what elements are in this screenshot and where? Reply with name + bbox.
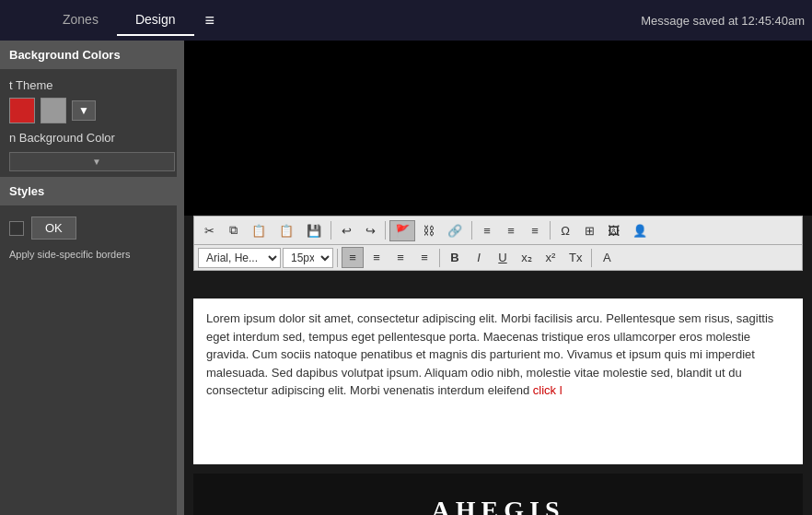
editor-toolbar-wrapper: ✂ ⧉ 📋 📋 💾 ↩ ↪ 🚩 ⛓ 🔗 ≡ ≡ ≡ Ω ⊞ 🖼	[193, 216, 803, 271]
sidebar-bg-dropdown[interactable]: ▼	[9, 152, 175, 171]
block-button[interactable]: ≡	[524, 220, 546, 241]
italic-button[interactable]: I	[468, 247, 490, 268]
toolbar-sep1	[331, 221, 331, 240]
font-color-button[interactable]: A	[596, 247, 618, 268]
black-top-banner	[184, 41, 812, 216]
editor-toolbar-row2: Arial, He... 15px ≡ ≡ ≡ ≡ B I U x₂ x² Tx…	[193, 245, 803, 271]
align-right-button[interactable]: ≡	[389, 247, 412, 268]
sidebar-styles-header: Styles	[0, 177, 184, 205]
sidebar-checkbox[interactable]	[9, 221, 24, 236]
paste-button[interactable]: 📋	[246, 220, 272, 241]
save-button[interactable]: 💾	[301, 220, 327, 241]
image-button[interactable]: 🖼	[602, 220, 625, 241]
anchor-button[interactable]: 🚩	[389, 220, 415, 241]
paste-special-button[interactable]: 📋	[273, 220, 299, 241]
color-dropdown-btn[interactable]: ▼	[72, 100, 96, 121]
toolbar-sep4	[550, 221, 551, 240]
logo-text: AHEGIS	[432, 496, 565, 515]
undo-button[interactable]: ↩	[335, 220, 357, 241]
editor-link-text[interactable]: click l	[533, 383, 563, 397]
align-center-button[interactable]: ≡	[365, 247, 388, 268]
editor-body-text: Lorem ipsum dolor sit amet, consectetur …	[206, 311, 773, 397]
logo-area: AHEGIS	[193, 474, 803, 515]
font-family-select[interactable]: Arial, He...	[198, 248, 281, 268]
toolbar-sep7	[591, 249, 592, 267]
toolbar-sep3	[471, 221, 472, 240]
save-status: Message saved at 12:45:40am	[641, 14, 805, 28]
toolbar-sep2	[385, 221, 386, 240]
nav-tab-design[interactable]: Design	[117, 5, 194, 36]
color-swatch-gray[interactable]	[41, 98, 66, 123]
toolbar-sep5	[337, 249, 338, 267]
editor-toolbar-row1: ✂ ⧉ 📋 📋 💾 ↩ ↪ 🚩 ⛓ 🔗 ≡ ≡ ≡ Ω ⊞ 🖼	[193, 216, 803, 245]
main-layout: Background Colors t Theme ▼ n Background…	[0, 41, 812, 515]
sidebar-bg-colors-header: Background Colors	[0, 41, 184, 69]
sidebar-bg-color-label: n Background Color	[0, 127, 184, 148]
user-button[interactable]: 👤	[627, 220, 653, 241]
sidebar-color-row: ▼	[0, 94, 184, 127]
underline-button[interactable]: U	[492, 247, 514, 268]
sidebar-scrollbar[interactable]	[177, 41, 184, 515]
sidebar-bg-dropdown-arrow: ▼	[92, 157, 168, 167]
sidebar-apply-borders-label: Apply side-specific borders	[0, 247, 184, 267]
superscript-button[interactable]: x²	[539, 247, 562, 268]
ordered-list-button[interactable]: ≡	[476, 220, 498, 241]
table-button[interactable]: ⊞	[578, 220, 600, 241]
content-area: ✂ ⧉ 📋 📋 💾 ↩ ↪ 🚩 ⛓ 🔗 ≡ ≡ ≡ Ω ⊞ 🖼	[184, 41, 812, 515]
sidebar: Background Colors t Theme ▼ n Background…	[0, 41, 184, 515]
toolbar-sep6	[439, 249, 440, 267]
top-nav: Zones Design ≡ Message saved at 12:45:40…	[0, 0, 812, 41]
sidebar-theme-label: t Theme	[0, 73, 184, 94]
sidebar-ok-button[interactable]: OK	[31, 217, 76, 240]
editor-content[interactable]: Lorem ipsum dolor sit amet, consectetur …	[193, 298, 803, 464]
align-justify-button[interactable]: ≡	[413, 247, 435, 268]
align-left-button[interactable]: ≡	[342, 247, 364, 268]
subscript-button[interactable]: x₂	[516, 247, 538, 268]
clear-format-button[interactable]: Tx	[563, 247, 587, 268]
sidebar-ok-row: OK	[0, 209, 184, 247]
special-chars-button[interactable]: Ω	[554, 220, 576, 241]
nav-tab-empty[interactable]	[7, 12, 44, 29]
hamburger-menu[interactable]: ≡	[194, 4, 226, 38]
nav-tab-zones[interactable]: Zones	[44, 5, 117, 36]
cut-button[interactable]: ✂	[198, 220, 220, 241]
redo-button[interactable]: ↪	[359, 220, 381, 241]
unordered-list-button[interactable]: ≡	[500, 220, 522, 241]
bold-button[interactable]: B	[444, 247, 466, 268]
image-map-button[interactable]: ⛓	[417, 220, 440, 241]
font-size-select[interactable]: 15px	[283, 248, 333, 268]
link-button[interactable]: 🔗	[442, 220, 468, 241]
copy-button[interactable]: ⧉	[222, 219, 244, 241]
color-swatch-red[interactable]	[9, 98, 35, 123]
